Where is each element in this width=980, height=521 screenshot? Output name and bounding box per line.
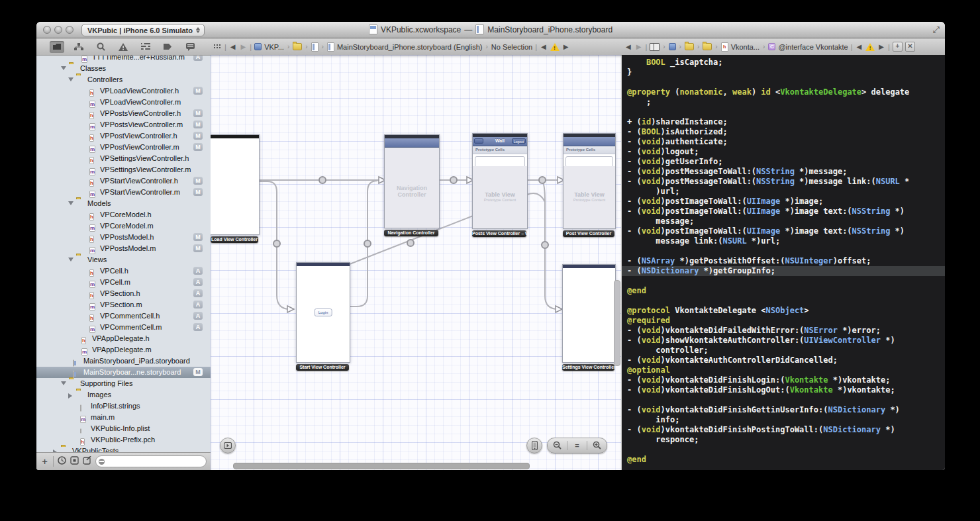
unsaved-files-icon[interactable] [83, 455, 91, 467]
code-line[interactable]: controller; [627, 346, 945, 355]
tree-row[interactable]: hVPCoreModel.h [36, 209, 211, 220]
code-line[interactable]: - (void)vkontakteDidFinishGettinUserInfo… [627, 405, 945, 415]
code-line[interactable]: - (void)postMessageToWall:(NSString *)me… [627, 177, 945, 187]
table-view-area[interactable]: Table ViewPrototype Content [473, 166, 527, 228]
filter-field[interactable] [95, 455, 207, 467]
code-line[interactable]: @end [627, 286, 945, 296]
tree-row[interactable]: Classes [36, 63, 211, 74]
code-line[interactable] [627, 276, 945, 286]
zoom-out-button[interactable] [548, 441, 567, 451]
tree-row[interactable]: hVPSettingsViewController.h [36, 153, 211, 164]
project-icon[interactable] [669, 43, 676, 50]
close-assistant-button[interactable]: ✕ [905, 42, 915, 52]
issue-navigator-icon[interactable] [116, 41, 130, 53]
code-line[interactable]: - (void)vkontakteDidFailedWithError:(NSE… [627, 326, 945, 336]
controller-label[interactable]: Settings View Controller [562, 364, 614, 371]
code-line[interactable]: @end [627, 455, 945, 465]
horizontal-scrollbar[interactable] [233, 463, 530, 469]
warning-icon[interactable]: ! [865, 43, 875, 51]
view-controller-post[interactable]: Prototype Cells Table ViewPrototype Cont… [563, 133, 616, 229]
tree-row[interactable]: InfoPlist.strings [36, 401, 211, 412]
code-line[interactable] [627, 77, 945, 87]
prev-issue-button[interactable]: ◀ [540, 43, 548, 50]
tree-row[interactable]: Views [36, 254, 211, 265]
logout-bar-button[interactable]: Logout [512, 138, 526, 144]
assistant-mode-icon[interactable] [650, 43, 660, 51]
code-line[interactable]: message link:(NSURL *)url; [627, 236, 945, 246]
code-line[interactable]: - (NSArray *)getPostsWithOffset:(NSUInte… [627, 256, 945, 266]
code-line[interactable]: - (void)vkontakteDidFinishPostingToWall:… [627, 425, 945, 435]
code-line[interactable]: } [627, 68, 945, 77]
folder-icon[interactable] [703, 43, 712, 50]
code-line[interactable]: BOOL _isCaptcha; [627, 58, 945, 68]
tree-row[interactable]: mVPSection.mA [36, 299, 211, 310]
folder-icon[interactable] [685, 43, 694, 50]
view-controller-nav[interactable]: Navigation Controller [384, 134, 440, 228]
tree-row[interactable]: mVPCell.mA [36, 277, 211, 288]
recent-files-icon[interactable] [58, 455, 66, 467]
controller-label[interactable]: Start View Controller [296, 364, 349, 371]
tree-row[interactable]: hVPPostsViewController.hM [36, 108, 211, 119]
prev-issue-button[interactable]: ◀ [856, 43, 863, 50]
tree-row[interactable]: mVPSettingsViewController.m [36, 164, 211, 175]
zoom-actual-button[interactable]: = [567, 442, 587, 450]
code-line[interactable]: - (void)getUserInfo; [627, 157, 945, 167]
tree-row[interactable]: Supporting Files [36, 378, 211, 389]
disclosure-triangle-icon[interactable] [68, 201, 74, 205]
code-line[interactable] [627, 107, 945, 117]
code-line[interactable]: - (void)postImageToWall:(UIImage *)image… [627, 226, 945, 236]
view-controller-settings[interactable] [562, 264, 616, 363]
controller-label[interactable]: Post View Controller [563, 230, 614, 237]
breadcrumb-symbol[interactable]: @interface Vkontakte [778, 43, 848, 51]
storyboard-file-icon[interactable] [311, 42, 318, 52]
warning-icon[interactable]: ! [550, 43, 560, 51]
tree-row[interactable]: hVKPublic-Prefix.pch [36, 434, 211, 446]
tree-row[interactable]: hVPPostViewController.hM [36, 130, 211, 142]
assistant-editor[interactable]: BOOL _isCaptcha;} @property (nonatomic, … [622, 55, 945, 470]
view-controller-start[interactable]: Login [296, 262, 350, 363]
code-line[interactable]: - (void)vkontakteDidFinishLogin:(Vkontak… [627, 375, 945, 385]
code-line[interactable]: - (void)postImageToWall:(UIImage *)image… [627, 197, 945, 207]
scm-status-icon[interactable] [70, 455, 79, 467]
tree-row[interactable]: Images [36, 389, 211, 401]
tree-row[interactable]: mVPCommentCell.mA [36, 322, 211, 333]
code-line[interactable]: - (void)vkontakteDidFinishLogOut:(Vkonta… [627, 385, 945, 395]
project-icon[interactable] [254, 43, 262, 50]
storyboard-file-icon[interactable] [327, 42, 334, 52]
fullscreen-icon[interactable]: ⤢ [933, 24, 940, 35]
tree-row[interactable]: mVPStartViewController.mM [36, 187, 211, 198]
tree-row[interactable]: mTTTTimeInte...er+Russian.mA [36, 56, 211, 63]
code-line[interactable] [627, 246, 945, 256]
tree-row[interactable]: Controllers [36, 74, 211, 85]
back-button[interactable]: ◀ [229, 43, 237, 50]
zoom-in-button[interactable] [587, 441, 607, 451]
tree-row[interactable]: hVPStartViewController.hM [36, 175, 211, 187]
code-line[interactable]: - (void)showVkontakteAuthController:(UIV… [627, 336, 945, 346]
class-symbol-icon[interactable]: C [768, 43, 775, 50]
code-line[interactable]: )url; [627, 187, 945, 197]
code-line[interactable]: @optional [627, 365, 945, 375]
back-bar-button[interactable] [474, 138, 483, 144]
related-items-icon[interactable] [213, 44, 222, 50]
next-issue-button[interactable]: ▶ [877, 43, 885, 50]
device-toggle-button[interactable] [526, 438, 542, 453]
tree-row[interactable]: hVPCommentCell.hA [36, 310, 211, 322]
code-line[interactable]: + (id)sharedInstance; [627, 117, 945, 127]
search-navigator-icon[interactable] [94, 41, 109, 53]
breadcrumb-project[interactable]: VKP... [264, 43, 284, 51]
tree-row[interactable]: VKPublic-Info.plist [36, 423, 211, 434]
tree-row[interactable]: mVPCoreModel.m [36, 220, 211, 232]
tree-row[interactable]: MainStoryboar...ne.storyboardM [36, 367, 211, 378]
code-line[interactable]: - (void)postMessageToWall:(NSString *)me… [627, 167, 945, 177]
disclosure-triangle-icon[interactable] [68, 393, 72, 399]
next-issue-button[interactable]: ▶ [562, 43, 570, 50]
disclosure-triangle-icon[interactable] [61, 381, 66, 385]
tree-row[interactable]: hVPPostsModel.hM [36, 232, 211, 243]
tree-row[interactable]: mmain.m [36, 412, 211, 423]
breakpoint-navigator-icon[interactable] [161, 41, 175, 53]
debug-navigator-icon[interactable] [138, 41, 153, 53]
back-button[interactable]: ◀ [624, 43, 632, 50]
tree-row[interactable]: mVPPostsViewController.mM [36, 119, 211, 130]
add-file-button[interactable]: ＋ [40, 455, 49, 467]
code-line[interactable] [627, 445, 945, 455]
